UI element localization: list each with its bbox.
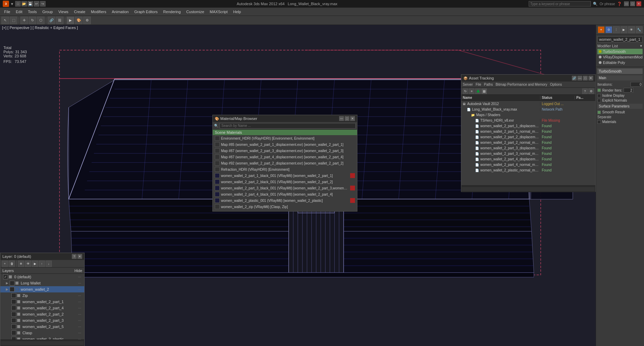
asset-item-6[interactable]: 📄women_wallet_2_part_2_displacement.exrF… bbox=[461, 134, 595, 140]
hierarchy-panel-btn[interactable]: ⋮ bbox=[613, 26, 620, 33]
asset-item-5[interactable]: 📄women_wallet_2_part_1_normal_map.pngFou… bbox=[461, 129, 595, 134]
asset-item-12[interactable]: 📄women_wallet_2_plastic_normal_map.pngFo… bbox=[461, 167, 595, 173]
undo-btn[interactable]: ↩ bbox=[34, 1, 39, 7]
menu-help[interactable]: Help bbox=[230, 9, 244, 15]
layer-item-7[interactable]: women_wallet_2_part_3— bbox=[0, 317, 84, 324]
material-item-6[interactable]: women_wallet_2_part_1_black_001 (VRayMtl… bbox=[213, 172, 357, 179]
asset-item-3[interactable]: 📄TSHero_HDRI_v8.exrFile Missing bbox=[461, 118, 595, 123]
menu-group[interactable]: Group bbox=[39, 9, 56, 15]
layers-help-btn[interactable]: ? bbox=[72, 254, 77, 259]
layer-check-4[interactable] bbox=[11, 299, 16, 304]
menu-graph-editors[interactable]: Graph Editors bbox=[132, 9, 161, 15]
layer-item-4[interactable]: women_wallet_2_part_1— bbox=[0, 299, 84, 305]
asset-tracking-link-btn[interactable]: 🔗 bbox=[572, 76, 577, 81]
iterations-input[interactable] bbox=[631, 82, 643, 87]
asset-item-8[interactable]: 📄women_wallet_2_part_3_displacement.exrF… bbox=[461, 145, 595, 151]
move-btn[interactable]: ✛ bbox=[20, 17, 28, 24]
scale-btn[interactable]: ⬡ bbox=[37, 17, 45, 24]
layer-check-1[interactable] bbox=[10, 281, 15, 286]
menu-maxscript[interactable]: MAXScript bbox=[207, 9, 230, 15]
menu-app-file[interactable]: ▼ bbox=[10, 2, 14, 6]
modifier-turbosmooth[interactable]: TurboSmooth bbox=[597, 49, 643, 54]
redo-btn[interactable]: ↪ bbox=[40, 1, 46, 7]
material-item-4[interactable]: Map #92 (women_wallet_2_part_2_displacem… bbox=[213, 160, 357, 166]
asset-menu-bitmap[interactable]: Bitmap Performance and Memory bbox=[496, 83, 547, 86]
asset-item-0[interactable]: 🏛Autodesk Vault 2012Logged Out ... bbox=[461, 101, 595, 106]
material-item-7[interactable]: women_wallet_2_part_2_black_001 (VRayMtl… bbox=[213, 179, 357, 185]
layer-item-6[interactable]: women_wallet_2_part_2— bbox=[0, 311, 84, 317]
layer-check-10[interactable] bbox=[11, 337, 16, 339]
material-search-input[interactable] bbox=[220, 123, 356, 129]
isoline-checkbox[interactable] bbox=[597, 94, 601, 97]
asset-help-btn[interactable]: ? bbox=[582, 88, 588, 94]
asset-item-4[interactable]: 📄women_wallet_2_part_1_displacement.exrF… bbox=[461, 123, 595, 129]
save-btn[interactable]: 💾 bbox=[28, 1, 33, 7]
layer-check-2[interactable] bbox=[10, 287, 15, 292]
layer-check-8[interactable] bbox=[11, 324, 16, 329]
layers-close-btn[interactable]: ✕ bbox=[77, 254, 82, 259]
menu-views[interactable]: Views bbox=[56, 9, 71, 15]
layer-item-0[interactable]: ✓0 (default)— bbox=[0, 274, 84, 280]
layer-check-9[interactable] bbox=[11, 330, 16, 335]
asset-settings-btn[interactable]: ⚙ bbox=[588, 88, 594, 94]
materials-checkbox[interactable] bbox=[597, 120, 601, 124]
unlink-btn[interactable]: ⛓ bbox=[56, 17, 64, 24]
asset-item-7[interactable]: 📄women_wallet_2_part_2_normal_map.pngFou… bbox=[461, 140, 595, 145]
render-iters-checkbox[interactable] bbox=[597, 88, 601, 92]
open-btn[interactable]: 📂 bbox=[21, 1, 27, 7]
material-browser-minimize[interactable]: — bbox=[339, 116, 344, 121]
link-btn[interactable]: 🔗 bbox=[48, 17, 55, 24]
layer-item-9[interactable]: Clasp— bbox=[0, 330, 84, 336]
asset-menu-options[interactable]: Options bbox=[550, 83, 562, 86]
asset-list-view-btn[interactable]: ≡ bbox=[469, 88, 474, 94]
material-item-10[interactable]: women_wallet_2_plastic_001 (VRayMtl) [wo… bbox=[213, 197, 357, 204]
modifier-editablepoly[interactable]: Editable Poly bbox=[597, 60, 643, 65]
layer-item-5[interactable]: women_wallet_2_part_4— bbox=[0, 305, 84, 311]
material-item-0[interactable]: Environment_HDRI (VRayHDRI) [Environment… bbox=[213, 135, 357, 141]
material-item-3[interactable]: Map #87 (women_wallet_2_part_4_displacem… bbox=[213, 154, 357, 160]
material-browser-close[interactable]: ✕ bbox=[350, 116, 355, 121]
layers-delete-btn[interactable]: 🗑 bbox=[9, 261, 15, 267]
material-browser-maximize[interactable]: □ bbox=[345, 116, 349, 121]
menu-tools[interactable]: Tools bbox=[25, 9, 40, 15]
modify-panel-btn[interactable]: ⚙ bbox=[605, 26, 612, 33]
asset-menu-file[interactable]: File bbox=[475, 83, 481, 86]
asset-table-view-btn[interactable]: ▦ bbox=[481, 88, 487, 94]
modifier-vraydisplacement[interactable]: VRayDisplacementMod bbox=[597, 54, 643, 60]
layer-check-7[interactable] bbox=[11, 318, 16, 323]
layer-item-1[interactable]: ▶Long Wallet— bbox=[0, 280, 84, 286]
asset-item-11[interactable]: 📄women_wallet_2_part_4_normal_map.pngFou… bbox=[461, 162, 595, 167]
menu-create[interactable]: Create bbox=[71, 9, 88, 15]
smooth-result-checkbox[interactable] bbox=[597, 111, 601, 114]
material-editor-btn[interactable]: 🎨 bbox=[75, 17, 83, 24]
help-icon[interactable]: ❓ bbox=[617, 2, 622, 6]
asset-refresh-btn[interactable]: ↻ bbox=[463, 88, 468, 94]
asset-tracking-close[interactable]: ✕ bbox=[588, 76, 593, 81]
layers-render-btn[interactable]: ▶ bbox=[32, 261, 38, 267]
material-item-8[interactable]: women_wallet_2_part_3_black_001 (VRayMtl… bbox=[213, 185, 357, 191]
layer-check-0[interactable]: ✓ bbox=[3, 274, 8, 279]
menu-animation[interactable]: Animation bbox=[109, 9, 132, 15]
asset-item-9[interactable]: 📄women_wallet_2_part_3_normal_map.pngFou… bbox=[461, 151, 595, 156]
asset-menu-server[interactable]: Server bbox=[463, 83, 473, 86]
search-icon[interactable]: 🔍 bbox=[593, 2, 598, 6]
asset-item-10[interactable]: 📄women_wallet_2_part_4_displacement.exrF… bbox=[461, 156, 595, 162]
menu-modifiers[interactable]: Modifiers bbox=[88, 9, 109, 15]
asset-item-2[interactable]: 📁Maps / Shaders bbox=[461, 112, 595, 118]
create-panel-btn[interactable]: ✦ bbox=[598, 26, 605, 33]
menu-edit[interactable]: Edit bbox=[13, 9, 25, 15]
asset-tracking-maximize[interactable]: □ bbox=[583, 76, 588, 81]
motion-panel-btn[interactable]: ▶ bbox=[621, 26, 627, 33]
asset-tracking-minimize[interactable]: — bbox=[577, 76, 582, 81]
explicit-normals-checkbox[interactable] bbox=[597, 99, 601, 102]
close-btn[interactable]: ✕ bbox=[636, 1, 641, 6]
layers-scrollbar[interactable] bbox=[1, 341, 84, 345]
search-input[interactable] bbox=[529, 1, 591, 7]
object-name-field[interactable]: women_wallet_2_part_1 bbox=[597, 36, 643, 43]
layer-item-2[interactable]: ▶women_wallet_2— bbox=[0, 286, 84, 292]
material-item-9[interactable]: women_wallet_2_part_4_black_001 (VRayMtl… bbox=[213, 191, 357, 197]
layers-hide-btn[interactable]: 👁 bbox=[25, 261, 31, 267]
utilities-panel-btn[interactable]: 🔧 bbox=[636, 26, 643, 33]
material-item-2[interactable]: Map #87 (women_wallet_2_part_3_displacem… bbox=[213, 148, 357, 154]
layers-freeze-btn[interactable]: ❄ bbox=[18, 261, 24, 267]
